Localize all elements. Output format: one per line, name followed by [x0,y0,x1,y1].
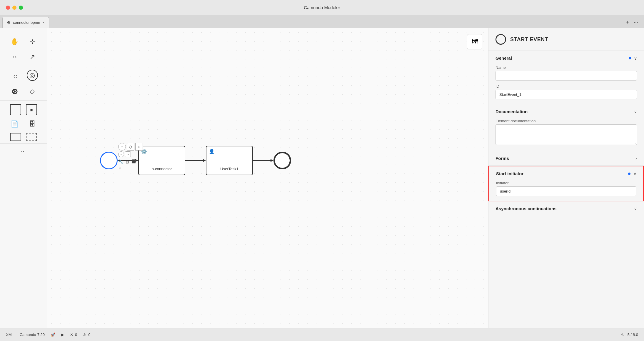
ctx-diamond[interactable]: ◇ [127,143,134,151]
ctx-arrow-tool[interactable]: ↗ [117,166,123,172]
async-continuations-chevron: ∨ [634,206,637,211]
forms-section: Forms › [488,151,644,166]
end-event-tool[interactable]: ⊛ [8,85,21,98]
error-x-icon: ✕ [70,332,73,337]
more-tools-button[interactable]: ··· [21,145,26,158]
gateway-tool[interactable]: ◇ [26,85,39,98]
name-field-group: Name [495,65,637,81]
documentation-section-header[interactable]: Documentation ∨ [488,104,644,119]
xml-item[interactable]: XML [6,332,14,337]
toolbar-group-tasks: ▣ 📄 🗄 [0,102,47,144]
selection-tool[interactable]: ⊹ [26,35,39,48]
title-bar: Camunda Modeler [0,0,644,15]
warning-count: 0 [88,332,90,337]
start-initiator-title: Start initiator [496,171,523,176]
start-initiator-content: Initiator [489,181,643,201]
intermediate-event-tool[interactable]: ◎ [27,70,38,81]
start-event-wrapper: ○ ◇ □ ○ ··· 🔧 🗑 ⬛ ↗ [100,152,118,169]
rocket-icon: 🚀 [51,332,55,337]
general-section-header[interactable]: General ∨ [488,51,644,65]
group-tool[interactable] [26,133,37,141]
forms-section-header[interactable]: Forms › [488,151,644,166]
element-doc-textarea[interactable] [495,124,637,145]
ctx-color-tool[interactable]: ⬛ [131,159,136,164]
play-button[interactable]: ▶ [61,332,64,337]
panel-header: START EVENT [488,28,644,51]
service-task-label: o-connector [152,167,172,171]
subprocess-tool[interactable]: ▣ [26,104,37,115]
warning-icon: ⚠ [83,332,86,337]
alert-icon: ⚠ [620,332,624,337]
initiator-label: Initiator [496,181,636,185]
start-initiator-section-header[interactable]: Start initiator ∨ [489,166,643,181]
start-initiator-section: Start initiator ∨ Initiator [488,166,644,201]
id-input[interactable] [495,90,637,99]
hand-tool[interactable]: ✋ [8,35,21,48]
documentation-section: Documentation ∨ Element documentation [488,104,644,151]
task-tool[interactable] [10,104,21,115]
maximize-button[interactable] [19,6,23,10]
name-input[interactable] [495,71,637,81]
close-button[interactable] [6,6,10,10]
error-item: ✕ 0 [70,332,77,337]
forms-chevron: › [635,156,637,161]
traffic-lights [6,6,23,10]
service-task[interactable]: ⚙️ o-connector [138,146,185,175]
name-label: Name [495,65,637,70]
ctx-wrench-tool[interactable]: 🔧 [118,159,123,164]
context-pad: ○ ◇ □ ○ ··· 🔧 🗑 ⬛ ↗ [118,143,143,171]
start-initiator-dot [628,173,630,175]
tab-label: connector.bpmn [13,20,40,25]
general-section-title: General [495,56,512,61]
user-task-icon: 👤 [209,149,215,154]
connect-tool[interactable]: ↔ [8,51,21,63]
end-event[interactable] [273,152,291,169]
data-store-tool[interactable]: 🗄 [26,118,39,131]
id-field-group: ID [495,84,637,99]
user-task[interactable]: 👤 UserTask1 [206,146,253,175]
gear-icon: ⚙ [7,20,11,25]
error-count: 0 [75,332,77,337]
tab-close-icon[interactable]: × [43,21,45,25]
svg-marker-5 [271,159,273,162]
documentation-section-title: Documentation [495,109,528,114]
id-label: ID [495,84,637,88]
window-title: Camunda Modeler [304,5,340,10]
right-panel: START EVENT General ∨ Name ID [488,28,644,328]
arrow-tool[interactable]: ↗ [26,51,39,63]
canvas[interactable]: 🗺 ○ ◇ □ ○ ··· [47,28,488,328]
minimap-button[interactable]: 🗺 [467,34,482,49]
element-doc-field-group: Element documentation [495,119,637,146]
engine-item[interactable]: Camunda 7.20 [20,332,45,337]
ctx-rect[interactable]: □ [135,143,143,151]
initiator-field-group: Initiator [496,181,636,196]
general-section: General ∨ Name ID [488,51,644,104]
start-event[interactable] [100,152,118,169]
ctx-trash-tool[interactable]: 🗑 [125,159,129,164]
documentation-chevron: ∨ [634,109,637,114]
element-type-title: START EVENT [510,36,548,43]
documentation-section-content: Element documentation [488,119,644,151]
tab-connector-bpmn[interactable]: ⚙ connector.bpmn × [2,17,49,28]
data-object-tool[interactable]: 📄 [8,118,21,131]
element-icon [495,34,506,45]
ctx-dots[interactable]: ··· [125,151,131,157]
status-bar: XML Camunda 7.20 🚀 ▶ ✕ 0 ⚠ 0 ⚠ 5.18.0 [0,328,644,341]
ctx-circle[interactable]: ○ [118,143,126,151]
map-icon: 🗺 [471,38,478,46]
minimize-button[interactable] [12,6,16,10]
ctx-small-circle[interactable]: ○ [118,151,124,157]
async-continuations-header[interactable]: Asynchronous continuations ∨ [488,201,644,216]
start-initiator-chevron: ∨ [633,171,636,176]
collapsed-subprocess-tool[interactable] [10,133,21,141]
tab-actions: + ··· [626,19,638,26]
toolbar-group-events: ○ ◎ ⊛ ◇ [0,67,47,101]
svg-marker-3 [203,159,206,162]
general-chevron: ∨ [634,56,637,61]
more-tabs-button[interactable]: ··· [634,19,638,26]
initiator-input[interactable] [496,186,636,196]
start-event-tool[interactable]: ○ [9,70,22,83]
general-dot [629,57,631,59]
warning-item: ⚠ 0 [83,332,90,337]
new-tab-button[interactable]: + [626,19,629,26]
